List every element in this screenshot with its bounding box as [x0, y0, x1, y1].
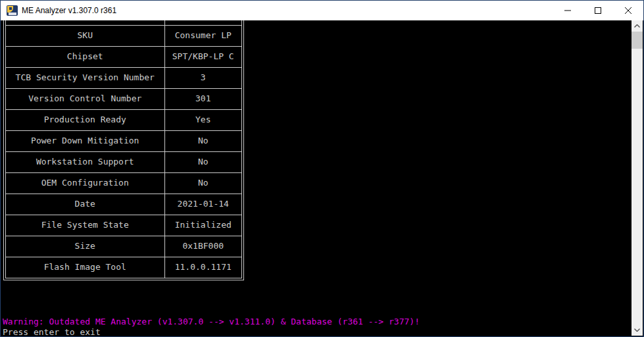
- table-row: File System StateInitialized: [6, 215, 241, 236]
- table-row: TCB Security Version Number3: [6, 67, 241, 88]
- table-row: Production ReadyYes: [6, 109, 241, 130]
- table-cell-value: Consumer LP: [164, 25, 241, 46]
- warning-line-1: Warning: Outdated ME Analyzer (v1.307.0 …: [3, 317, 420, 327]
- close-icon: [625, 7, 632, 14]
- table-cell-label: Flash Image Tool: [6, 257, 164, 278]
- table-row: Power Down MitigationNo: [6, 130, 241, 151]
- table-cell-value: SPT/KBP-LP C: [164, 46, 241, 67]
- console-output: SKUConsumer LPChipsetSPT/KBP-LP CTCB Sec…: [1, 20, 632, 336]
- exit-prompt: Press enter to exit: [3, 327, 101, 336]
- table-row: Workstation SupportNo: [6, 151, 241, 172]
- table-cell-value: No: [164, 151, 241, 172]
- window-title: ME Analyzer v1.307.0 r361: [22, 6, 553, 15]
- table-cell-label: Size: [6, 236, 164, 257]
- app-icon: [7, 5, 18, 16]
- table-cell-value: 3: [164, 67, 241, 88]
- table-row: OEM ConfigurationNo: [6, 172, 241, 194]
- maximize-button[interactable]: [583, 1, 613, 20]
- app-icon-notch: [9, 7, 12, 10]
- table-cell-label: SKU: [6, 25, 164, 46]
- minimize-button[interactable]: [553, 1, 583, 20]
- table-cell-label: [6, 20, 164, 25]
- table-row: Date2021-01-14: [6, 194, 241, 215]
- vertical-scrollbar[interactable]: [632, 20, 643, 336]
- table-cell-label: Power Down Mitigation: [6, 130, 164, 151]
- close-button[interactable]: [613, 1, 643, 20]
- table-cell-label: Workstation Support: [6, 151, 164, 172]
- minimize-icon: [564, 7, 571, 14]
- table-cell-label: TCB Security Version Number: [6, 67, 164, 88]
- table-cell-value: Initialized: [164, 215, 241, 236]
- table-cell-value: Yes: [164, 109, 241, 130]
- table-cell-value: 2021-01-14: [164, 194, 241, 215]
- table-cell-value: 301: [164, 88, 241, 109]
- table-row-partial: [6, 20, 241, 25]
- window-controls: [553, 1, 643, 20]
- table-cell-value: 0x1BF000: [164, 236, 241, 257]
- table-cell-label: File System State: [6, 215, 164, 236]
- scroll-up-button[interactable]: [632, 20, 643, 32]
- title-bar: ME Analyzer v1.307.0 r361: [1, 1, 643, 20]
- table-row: Version Control Number301: [6, 88, 241, 109]
- table-row: Flash Image Tool11.0.0.1171: [6, 257, 241, 278]
- scroll-down-button[interactable]: [632, 324, 643, 336]
- app-icon-base: [9, 13, 16, 15]
- chevron-down-icon: [634, 328, 640, 332]
- maximize-icon: [595, 7, 601, 14]
- table-row: SKUConsumer LP: [6, 25, 241, 46]
- table-cell-label: Production Ready: [6, 109, 164, 130]
- table-cell-label: OEM Configuration: [6, 172, 164, 194]
- table-row: Size0x1BF000: [6, 236, 241, 257]
- table-cell-value: No: [164, 130, 241, 151]
- table-cell-label: Chipset: [6, 46, 164, 67]
- table-cell-value: [164, 20, 241, 25]
- table-cell-value: No: [164, 172, 241, 194]
- chevron-up-icon: [634, 24, 640, 28]
- table-cell-label: Date: [6, 194, 164, 215]
- app-window: ME Analyzer v1.307.0 r361: [0, 0, 644, 337]
- table-cell-value: 11.0.0.1171: [164, 257, 241, 278]
- table-cell-label: Version Control Number: [6, 88, 164, 109]
- table-row: ChipsetSPT/KBP-LP C: [6, 46, 241, 67]
- scrollbar-thumb[interactable]: [632, 32, 643, 49]
- firmware-info-table: SKUConsumer LPChipsetSPT/KBP-LP CTCB Sec…: [3, 20, 244, 280]
